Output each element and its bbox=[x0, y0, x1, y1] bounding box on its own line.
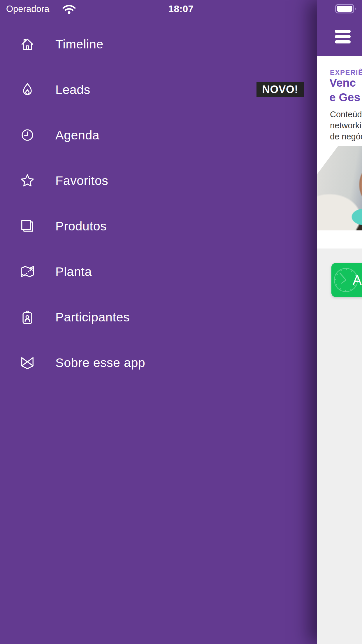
menu-item-label: Timeline bbox=[55, 37, 103, 51]
menu-item-label: Favoritos bbox=[55, 174, 108, 188]
status-time: 18:07 bbox=[0, 4, 362, 15]
banner-description: Conteúd networki de negóc bbox=[330, 109, 362, 142]
menu-item-label: Leads bbox=[55, 83, 90, 97]
menu-item-label: Produtos bbox=[55, 219, 107, 233]
app-logo-icon bbox=[19, 354, 36, 371]
home-icon bbox=[19, 36, 36, 52]
menu-item-label: Sobre esse app bbox=[55, 356, 145, 370]
menu-item-leads[interactable]: Leads NOVO! bbox=[0, 67, 317, 112]
banner-photo bbox=[317, 146, 362, 230]
banner-title-line1: Venc bbox=[329, 76, 360, 90]
banner-slide[interactable]: EXPERIÊN Venc e Ges Conteúd networki de … bbox=[317, 56, 362, 249]
menu-item-timeline[interactable]: Timeline bbox=[0, 21, 317, 67]
star-icon bbox=[19, 172, 36, 189]
menu-item-favoritos[interactable]: Favoritos bbox=[0, 158, 317, 203]
agenda-card-label: Agenda bbox=[353, 272, 362, 288]
menu-item-agenda[interactable]: Agenda bbox=[0, 112, 317, 158]
menu-item-label: Agenda bbox=[55, 128, 99, 142]
status-bar: Operadora 18:07 bbox=[0, 0, 362, 18]
banner-description-line2: networki bbox=[330, 120, 362, 131]
hamburger-menu-button[interactable] bbox=[335, 29, 351, 44]
menu-item-planta[interactable]: Planta bbox=[0, 249, 317, 294]
id-badge-icon bbox=[19, 309, 36, 325]
banner-title-line2: e Ges bbox=[329, 90, 360, 105]
menu-item-label: Planta bbox=[55, 265, 92, 279]
clock-icon bbox=[19, 127, 36, 143]
flame-icon bbox=[19, 81, 36, 98]
agenda-card-button[interactable]: Agenda bbox=[331, 263, 362, 297]
banner-description-line1: Conteúd bbox=[330, 109, 362, 120]
menu-item-produtos[interactable]: Produtos bbox=[0, 203, 317, 249]
main-content-panel: EXPERIÊN Venc e Ges Conteúd networki de … bbox=[317, 0, 362, 644]
navigation-drawer: Timeline Leads NOVO! Agenda bbox=[0, 0, 317, 644]
menu-item-participantes[interactable]: Participantes bbox=[0, 294, 317, 340]
menu-item-label: Participantes bbox=[55, 310, 130, 324]
treasure-map-icon bbox=[19, 263, 36, 280]
menu-item-sobre-esse-app[interactable]: Sobre esse app bbox=[0, 340, 317, 385]
app-screen: EXPERIÊN Venc e Ges Conteúd networki de … bbox=[0, 0, 362, 644]
battery-icon bbox=[335, 4, 356, 13]
novo-badge: NOVO! bbox=[256, 82, 304, 97]
banner-title: Venc e Ges bbox=[329, 76, 360, 105]
drawer-menu: Timeline Leads NOVO! Agenda bbox=[0, 21, 317, 385]
banner-description-line3: de negóc bbox=[330, 131, 362, 142]
copy-squares-icon bbox=[19, 218, 36, 234]
